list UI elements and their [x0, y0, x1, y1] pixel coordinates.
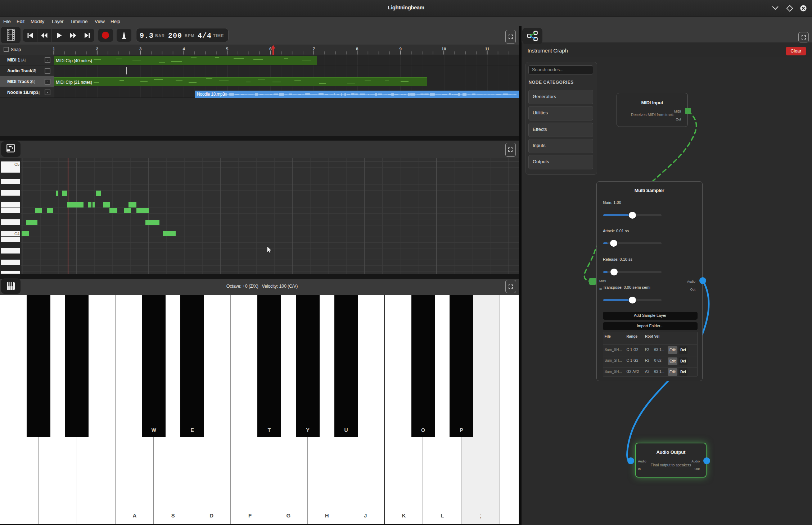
svg-text:9: 9 [399, 47, 401, 51]
svg-text:3: 3 [139, 47, 141, 51]
svg-text:8: 8 [356, 47, 358, 51]
svg-text:4: 4 [182, 47, 185, 51]
svg-text:11: 11 [485, 47, 490, 51]
svg-text:2: 2 [96, 47, 98, 51]
svg-text:5: 5 [226, 47, 229, 51]
svg-text:1: 1 [53, 47, 55, 51]
svg-text:7: 7 [313, 47, 315, 51]
svg-text:10: 10 [442, 47, 446, 51]
